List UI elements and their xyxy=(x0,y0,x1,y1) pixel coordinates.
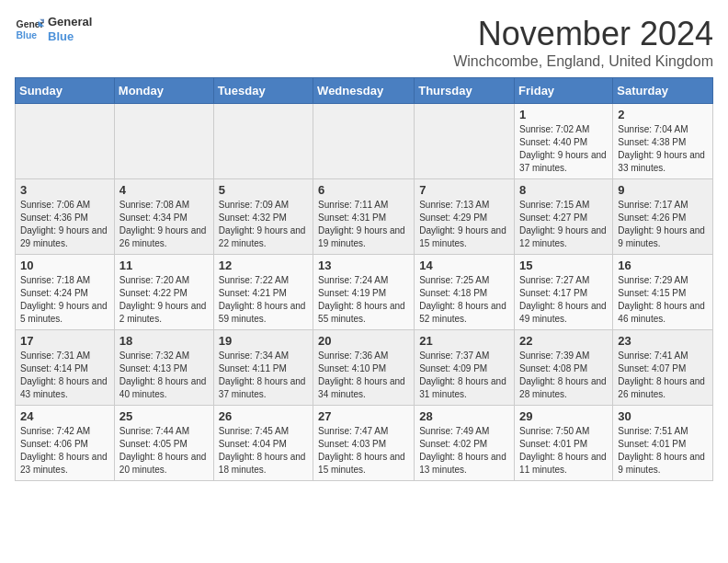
page-header: General Blue General Blue November 2024 … xyxy=(15,15,713,70)
day-number: 23 xyxy=(618,334,708,348)
day-number: 22 xyxy=(519,334,608,348)
day-number: 17 xyxy=(20,334,109,348)
day-info: Sunrise: 7:42 AM Sunset: 4:06 PM Dayligh… xyxy=(20,425,109,477)
calendar-cell xyxy=(213,104,313,179)
calendar-cell: 18Sunrise: 7:32 AM Sunset: 4:13 PM Dayli… xyxy=(114,330,213,406)
day-info: Sunrise: 7:25 AM Sunset: 4:18 PM Dayligh… xyxy=(419,274,509,326)
day-info: Sunrise: 7:32 AM Sunset: 4:13 PM Dayligh… xyxy=(119,350,209,401)
calendar-cell: 25Sunrise: 7:44 AM Sunset: 4:05 PM Dayli… xyxy=(114,406,213,481)
location-title: Winchcombe, England, United Kingdom xyxy=(453,53,713,70)
day-number: 29 xyxy=(519,409,608,423)
calendar-cell: 1Sunrise: 7:02 AM Sunset: 4:40 PM Daylig… xyxy=(515,104,613,179)
calendar-cell: 5Sunrise: 7:09 AM Sunset: 4:32 PM Daylig… xyxy=(213,179,313,255)
weekday-header-wednesday: Wednesday xyxy=(313,78,415,104)
day-info: Sunrise: 7:45 AM Sunset: 4:04 PM Dayligh… xyxy=(219,425,308,477)
day-number: 15 xyxy=(519,259,608,272)
calendar-cell: 20Sunrise: 7:36 AM Sunset: 4:10 PM Dayli… xyxy=(313,330,415,406)
day-number: 20 xyxy=(318,334,409,348)
day-info: Sunrise: 7:17 AM Sunset: 4:26 PM Dayligh… xyxy=(618,199,708,250)
day-info: Sunrise: 7:08 AM Sunset: 4:34 PM Dayligh… xyxy=(119,199,209,250)
calendar-week-row: 17Sunrise: 7:31 AM Sunset: 4:14 PM Dayli… xyxy=(16,330,713,406)
day-info: Sunrise: 7:29 AM Sunset: 4:15 PM Dayligh… xyxy=(618,274,708,326)
day-number: 1 xyxy=(519,108,608,121)
weekday-header-tuesday: Tuesday xyxy=(213,78,313,104)
calendar-header: SundayMondayTuesdayWednesdayThursdayFrid… xyxy=(16,78,713,104)
day-number: 5 xyxy=(219,183,308,197)
day-info: Sunrise: 7:44 AM Sunset: 4:05 PM Dayligh… xyxy=(119,425,209,477)
day-number: 7 xyxy=(419,183,509,197)
day-info: Sunrise: 7:20 AM Sunset: 4:22 PM Dayligh… xyxy=(119,274,209,326)
calendar-cell: 23Sunrise: 7:41 AM Sunset: 4:07 PM Dayli… xyxy=(613,330,713,406)
calendar-cell: 7Sunrise: 7:13 AM Sunset: 4:29 PM Daylig… xyxy=(415,179,515,255)
logo: General Blue General Blue xyxy=(15,15,92,44)
day-number: 10 xyxy=(20,259,109,272)
day-number: 14 xyxy=(419,259,509,272)
weekday-header-sunday: Sunday xyxy=(16,78,115,104)
day-info: Sunrise: 7:13 AM Sunset: 4:29 PM Dayligh… xyxy=(419,199,509,250)
day-info: Sunrise: 7:49 AM Sunset: 4:02 PM Dayligh… xyxy=(419,425,509,477)
weekday-header-monday: Monday xyxy=(114,78,213,104)
day-number: 9 xyxy=(618,183,708,197)
day-info: Sunrise: 7:36 AM Sunset: 4:10 PM Dayligh… xyxy=(318,350,409,401)
day-number: 30 xyxy=(618,409,708,423)
weekday-header-friday: Friday xyxy=(515,78,613,104)
day-info: Sunrise: 7:09 AM Sunset: 4:32 PM Dayligh… xyxy=(219,199,308,250)
day-info: Sunrise: 7:04 AM Sunset: 4:38 PM Dayligh… xyxy=(618,123,708,175)
calendar-cell: 27Sunrise: 7:47 AM Sunset: 4:03 PM Dayli… xyxy=(313,406,415,481)
day-info: Sunrise: 7:51 AM Sunset: 4:01 PM Dayligh… xyxy=(618,425,708,477)
calendar-cell: 3Sunrise: 7:06 AM Sunset: 4:36 PM Daylig… xyxy=(16,179,115,255)
day-info: Sunrise: 7:02 AM Sunset: 4:40 PM Dayligh… xyxy=(519,123,608,175)
month-title: November 2024 xyxy=(453,15,713,53)
day-info: Sunrise: 7:15 AM Sunset: 4:27 PM Dayligh… xyxy=(519,199,608,250)
day-number: 16 xyxy=(618,259,708,272)
calendar-cell: 16Sunrise: 7:29 AM Sunset: 4:15 PM Dayli… xyxy=(613,255,713,330)
title-area: November 2024 Winchcombe, England, Unite… xyxy=(453,15,713,70)
logo-general: General xyxy=(48,15,92,29)
calendar-cell: 11Sunrise: 7:20 AM Sunset: 4:22 PM Dayli… xyxy=(114,255,213,330)
day-info: Sunrise: 7:06 AM Sunset: 4:36 PM Dayligh… xyxy=(20,199,109,250)
calendar-cell: 21Sunrise: 7:37 AM Sunset: 4:09 PM Dayli… xyxy=(415,330,515,406)
weekday-header-saturday: Saturday xyxy=(613,78,713,104)
calendar-cell xyxy=(114,104,213,179)
calendar-cell: 9Sunrise: 7:17 AM Sunset: 4:26 PM Daylig… xyxy=(613,179,713,255)
calendar-cell: 24Sunrise: 7:42 AM Sunset: 4:06 PM Dayli… xyxy=(16,406,115,481)
day-info: Sunrise: 7:11 AM Sunset: 4:31 PM Dayligh… xyxy=(318,199,409,250)
day-number: 18 xyxy=(119,334,209,348)
day-number: 11 xyxy=(119,259,209,272)
day-number: 19 xyxy=(219,334,308,348)
calendar-cell xyxy=(415,104,515,179)
calendar-week-row: 1Sunrise: 7:02 AM Sunset: 4:40 PM Daylig… xyxy=(16,104,713,179)
day-info: Sunrise: 7:22 AM Sunset: 4:21 PM Dayligh… xyxy=(219,274,308,326)
day-number: 28 xyxy=(419,409,509,423)
day-number: 6 xyxy=(318,183,409,197)
calendar-week-row: 24Sunrise: 7:42 AM Sunset: 4:06 PM Dayli… xyxy=(16,406,713,481)
day-number: 25 xyxy=(119,409,209,423)
calendar-cell: 10Sunrise: 7:18 AM Sunset: 4:24 PM Dayli… xyxy=(16,255,115,330)
calendar-cell: 12Sunrise: 7:22 AM Sunset: 4:21 PM Dayli… xyxy=(213,255,313,330)
calendar-cell: 8Sunrise: 7:15 AM Sunset: 4:27 PM Daylig… xyxy=(515,179,613,255)
day-number: 8 xyxy=(519,183,608,197)
day-info: Sunrise: 7:37 AM Sunset: 4:09 PM Dayligh… xyxy=(419,350,509,401)
calendar-cell: 29Sunrise: 7:50 AM Sunset: 4:01 PM Dayli… xyxy=(515,406,613,481)
logo-blue: Blue xyxy=(48,29,92,44)
day-number: 24 xyxy=(20,409,109,423)
svg-text:Blue: Blue xyxy=(17,30,38,40)
day-info: Sunrise: 7:31 AM Sunset: 4:14 PM Dayligh… xyxy=(20,350,109,401)
day-number: 27 xyxy=(318,409,409,423)
calendar-week-row: 3Sunrise: 7:06 AM Sunset: 4:36 PM Daylig… xyxy=(16,179,713,255)
calendar-cell: 17Sunrise: 7:31 AM Sunset: 4:14 PM Dayli… xyxy=(16,330,115,406)
day-number: 21 xyxy=(419,334,509,348)
day-number: 4 xyxy=(119,183,209,197)
day-info: Sunrise: 7:39 AM Sunset: 4:08 PM Dayligh… xyxy=(519,350,608,401)
logo-icon: General Blue xyxy=(15,15,44,44)
day-number: 2 xyxy=(618,108,708,121)
calendar-cell xyxy=(16,104,115,179)
calendar-cell: 13Sunrise: 7:24 AM Sunset: 4:19 PM Dayli… xyxy=(313,255,415,330)
calendar-table: SundayMondayTuesdayWednesdayThursdayFrid… xyxy=(15,77,713,481)
day-number: 12 xyxy=(219,259,308,272)
day-number: 26 xyxy=(219,409,308,423)
calendar-cell: 2Sunrise: 7:04 AM Sunset: 4:38 PM Daylig… xyxy=(613,104,713,179)
day-info: Sunrise: 7:50 AM Sunset: 4:01 PM Dayligh… xyxy=(519,425,608,477)
day-info: Sunrise: 7:24 AM Sunset: 4:19 PM Dayligh… xyxy=(318,274,409,326)
day-info: Sunrise: 7:27 AM Sunset: 4:17 PM Dayligh… xyxy=(519,274,608,326)
